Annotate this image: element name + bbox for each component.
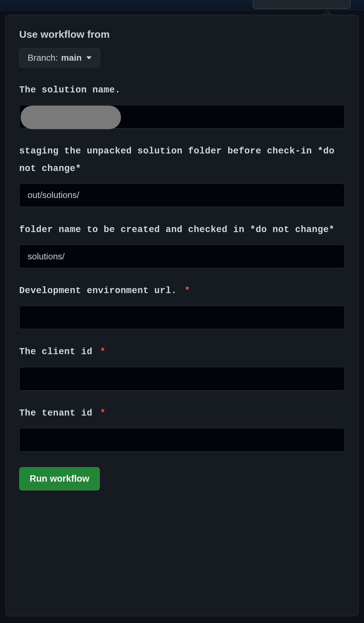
branch-name-label: main bbox=[61, 53, 82, 63]
solution-name-input[interactable] bbox=[19, 105, 345, 129]
target-folder-input[interactable] bbox=[19, 245, 345, 268]
branch-selector[interactable]: Branch: main bbox=[19, 48, 100, 67]
field-client-id: The client id * bbox=[19, 343, 345, 390]
field-target-folder: folder name to be created and checked in… bbox=[19, 221, 345, 268]
required-marker: * bbox=[100, 408, 106, 418]
popover-caret-icon bbox=[323, 10, 332, 15]
field-dev-env-url: Development environment url. * bbox=[19, 282, 345, 329]
run-workflow-button[interactable]: Run workflow bbox=[19, 467, 100, 490]
required-marker: * bbox=[100, 347, 106, 357]
run-workflow-panel: Use workflow from Branch: main The solut… bbox=[5, 15, 359, 616]
label-text: The tenant id bbox=[19, 408, 92, 418]
field-label: The tenant id * bbox=[19, 405, 345, 422]
required-marker: * bbox=[184, 286, 190, 296]
label-text: Development environment url. bbox=[19, 286, 177, 296]
tenant-id-input[interactable] bbox=[19, 428, 345, 452]
field-label: The solution name. bbox=[19, 82, 345, 99]
branch-prefix-label: Branch: bbox=[28, 53, 58, 63]
header-dropdown-button[interactable] bbox=[253, 0, 351, 9]
client-id-input[interactable] bbox=[19, 367, 345, 391]
field-tenant-id: The tenant id * bbox=[19, 405, 345, 452]
field-staging-folder: staging the unpacked solution folder bef… bbox=[19, 143, 345, 207]
caret-down-icon bbox=[86, 56, 92, 59]
field-label: staging the unpacked solution folder bef… bbox=[19, 143, 345, 177]
field-label: The client id * bbox=[19, 343, 345, 361]
staging-folder-input[interactable] bbox=[19, 183, 345, 207]
field-solution-name: The solution name. bbox=[19, 82, 345, 129]
field-label: Development environment url. * bbox=[19, 282, 345, 300]
panel-title: Use workflow from bbox=[19, 29, 345, 40]
dev-env-url-input[interactable] bbox=[19, 306, 345, 329]
field-label: folder name to be created and checked in… bbox=[19, 221, 345, 238]
page-header-strip bbox=[0, 0, 364, 10]
label-text: The client id bbox=[19, 347, 92, 357]
